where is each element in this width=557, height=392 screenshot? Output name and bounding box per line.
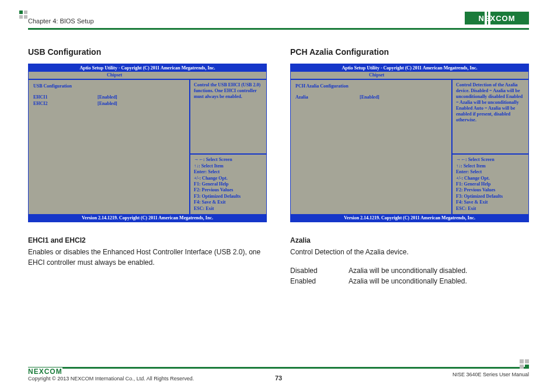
copyright-text: Copyright © 2013 NEXCOM International Co…	[28, 376, 194, 382]
bios-footer: Version 2.14.1219. Copyright (C) 2011 Am…	[291, 214, 528, 222]
bios-section-label: PCH Azalia Configuration	[295, 83, 447, 89]
nexcom-logo: NEXCOM	[465, 12, 529, 24]
bios-footer: Version 2.14.1219. Copyright (C) 2011 Am…	[29, 214, 266, 222]
bios-row-ehci1: EHCI1 [Enabled]	[33, 94, 184, 100]
bios-tab-chipset: Chipset	[105, 72, 124, 78]
bios-header: Aptio Setup Utility - Copyright (C) 2011…	[291, 64, 528, 72]
bios-header: Aptio Setup Utility - Copyright (C) 2011…	[29, 64, 266, 72]
page-number: 73	[275, 374, 282, 382]
bios-item-value: [Enabled]	[360, 94, 380, 100]
chapter-title: Chapter 4: BIOS Setup	[28, 18, 94, 24]
desc-key: Disabled	[290, 265, 349, 276]
bios-row-azalia: Azalia [Enabled]	[295, 94, 447, 100]
manual-title: NISE 3640E Series User Manual	[452, 372, 529, 377]
section-title-usb: USB Configuration	[28, 47, 267, 57]
desc-heading: Azalia	[290, 235, 529, 246]
desc-key: Enabled	[290, 276, 349, 286]
bios-help-text: Control the USB EHCI (USB 2.0) functions…	[190, 80, 266, 153]
section-title-azalia: PCH Azalia Configuration	[290, 47, 529, 57]
bios-item-label: EHCI2	[33, 101, 98, 106]
bios-tabrow: Chipset	[291, 72, 528, 80]
desc-body: Control Detection of the Azalia device.	[290, 247, 529, 257]
description-usb: EHCI1 and EHCI2 Enables or disables the …	[28, 235, 267, 268]
desc-table: Disabled Enabled Azalia will be uncondit…	[290, 265, 529, 286]
bios-settings-pane: PCH Azalia Configuration Azalia [Enabled…	[291, 80, 452, 214]
description-azalia: Azalia Control Detection of the Azalia d…	[290, 235, 529, 286]
bios-screenshot-azalia: Aptio Setup Utility - Copyright (C) 2011…	[290, 64, 529, 222]
bios-item-value: [Enabled]	[98, 101, 117, 106]
bios-section-label: USB Configuration	[33, 83, 184, 89]
bios-settings-pane: USB Configuration EHCI1 [Enabled] EHCI2 …	[29, 80, 190, 214]
left-column: USB Configuration Aptio Setup Utility - …	[28, 47, 267, 286]
corner-decoration-top-left	[19, 10, 27, 19]
bios-tabrow: Chipset	[29, 72, 266, 80]
header-rule	[28, 28, 529, 30]
bios-item-value: [Enabled]	[98, 94, 117, 100]
bios-row-ehci2: EHCI2 [Enabled]	[33, 101, 184, 106]
bios-item-label: EHCI1	[33, 94, 98, 100]
bios-tab-chipset: Chipset	[367, 72, 387, 78]
bios-help-text: Control Detection of the Azalia device. …	[452, 80, 528, 153]
bios-key-legend: →←: Select Screen ↑↓: Select Item Enter:…	[190, 153, 266, 214]
bios-screenshot-usb: Aptio Setup Utility - Copyright (C) 2011…	[28, 64, 267, 222]
page-header: Chapter 4: BIOS Setup NEXCOM	[28, 12, 529, 27]
nexcom-logo-footer: NEXCOM	[28, 368, 62, 376]
desc-val: Azalia will be unconditionally disabled.	[349, 265, 467, 276]
desc-heading: EHCI1 and EHCI2	[28, 235, 267, 246]
desc-val: Azalia will be unconditionally Enabled.	[349, 276, 467, 286]
desc-body: Enables or disables the Enhanced Host Co…	[28, 247, 267, 268]
bios-key-legend: →←: Select Screen ↑↓: Select Item Enter:…	[452, 153, 528, 214]
bios-item-label: Azalia	[295, 94, 360, 100]
right-column: PCH Azalia Configuration Aptio Setup Uti…	[290, 47, 529, 286]
